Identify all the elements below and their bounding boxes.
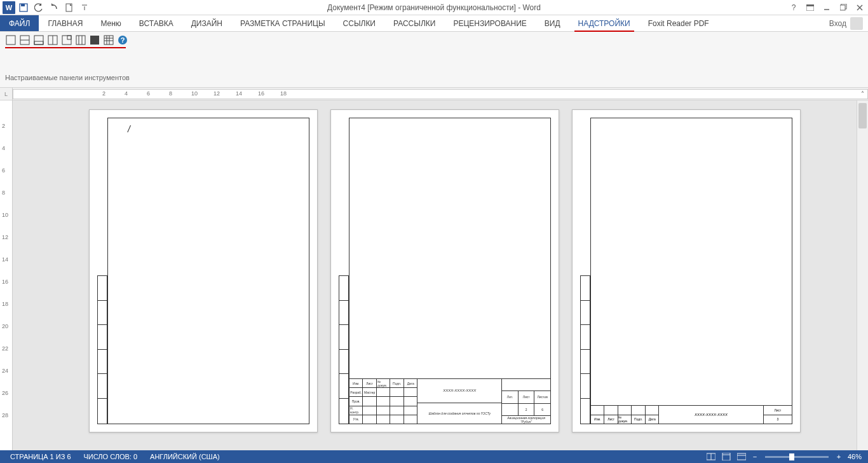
ruler-num: 16 <box>258 90 264 97</box>
redo-button[interactable] <box>47 1 61 14</box>
ruler-num: 2 <box>102 90 105 97</box>
frame-icon-8[interactable] <box>103 34 114 46</box>
ruler-num: 12 <box>214 90 220 97</box>
ruler-num: 6 <box>147 90 150 97</box>
zoom-slider[interactable] <box>765 456 829 458</box>
ruler-num: 4 <box>125 90 128 97</box>
status-page[interactable]: СТРАНИЦА 1 ИЗ 6 <box>4 453 78 460</box>
doc-title: Шаблон для создания отчетов по ГОСТу <box>417 403 501 424</box>
svg-rect-12 <box>34 41 43 45</box>
tab-file[interactable]: ФАЙЛ <box>0 15 39 31</box>
vruler-num: 12 <box>2 234 8 240</box>
vruler-num: 26 <box>2 390 8 396</box>
new-doc-button[interactable] <box>62 1 76 14</box>
avatar-icon <box>850 17 863 30</box>
frame-icon-3[interactable] <box>33 34 44 46</box>
tab-insert[interactable]: ВСТАВКА <box>130 15 182 31</box>
sign-in-label: Вход <box>829 19 846 28</box>
quick-access-toolbar: W <box>0 1 92 14</box>
svg-rect-17 <box>76 36 85 45</box>
ribbon-display-button[interactable] <box>802 1 818 14</box>
read-mode-button[interactable] <box>704 451 718 462</box>
vruler-num: 10 <box>2 212 8 218</box>
tab-layout[interactable]: РАЗМЕТКА СТРАНИЦЫ <box>231 15 334 31</box>
tab-review[interactable]: РЕЦЕНЗИРОВАНИЕ <box>444 15 535 31</box>
gost-side-strip <box>339 275 349 424</box>
ruler-corner[interactable]: L <box>0 88 13 100</box>
zoom-level[interactable]: 46% <box>845 453 864 460</box>
tab-addins[interactable]: НАДСТРОЙКИ <box>569 15 639 31</box>
help-button[interactable]: ? <box>785 1 802 14</box>
svg-rect-20 <box>90 36 99 45</box>
svg-rect-7 <box>840 5 845 10</box>
status-bar: СТРАНИЦА 1 ИЗ 6 ЧИСЛО СЛОВ: 0 АНГЛИЙСКИЙ… <box>0 450 868 463</box>
scroll-thumb[interactable] <box>858 103 867 128</box>
gost-title-block-continuation: Изм.Лист№ докум.Подп.Дата XXXX-XXXX-XXXX… <box>590 405 792 424</box>
vruler-num: 20 <box>2 323 8 329</box>
horizontal-ruler[interactable]: 2 4 6 8 10 12 14 16 18 <box>13 89 868 99</box>
tab-foxit[interactable]: Foxit Reader PDF <box>639 15 718 31</box>
page-frame <box>107 118 309 424</box>
qat-customize-button[interactable] <box>78 1 92 14</box>
status-language[interactable]: АНГЛИЙСКИЙ (США) <box>144 453 226 460</box>
svg-rect-16 <box>67 36 71 39</box>
ruler-num: 10 <box>191 90 198 97</box>
vruler-num: 16 <box>2 279 8 285</box>
tab-references[interactable]: ССЫЛКИ <box>334 15 384 31</box>
svg-rect-32 <box>737 453 746 460</box>
text-cursor: / <box>128 124 130 134</box>
vertical-ruler[interactable]: 2 4 6 8 10 12 14 16 18 20 22 24 26 28 <box>0 100 13 450</box>
ruler-num: 8 <box>169 90 172 97</box>
page-2[interactable]: Изм.Лист№ докум.Подп.Дата Разраб.Мастер … <box>330 109 559 432</box>
svg-rect-11 <box>34 36 43 45</box>
tab-view[interactable]: ВИД <box>536 15 569 31</box>
page-frame <box>590 118 792 424</box>
tab-design[interactable]: ДИЗАЙН <box>182 15 231 31</box>
restore-button[interactable] <box>835 1 851 14</box>
tab-mailings[interactable]: РАССЫЛКИ <box>384 15 444 31</box>
ribbon-tabs: ФАЙЛ ГЛАВНАЯ Меню ВСТАВКА ДИЗАЙН РАЗМЕТК… <box>0 15 868 32</box>
window-title: Документ4 [Режим ограниченной функционал… <box>0 3 868 12</box>
collapse-ribbon-button[interactable]: ˄ <box>858 89 867 98</box>
svg-rect-1 <box>21 4 25 6</box>
vertical-scrollbar[interactable]: ▴ <box>857 100 868 450</box>
help-icon[interactable]: ? <box>117 34 128 46</box>
word-app-icon: W <box>3 1 15 14</box>
tab-menu[interactable]: Меню <box>92 15 130 31</box>
document-canvas[interactable]: / Изм.Лист№ докум.Подп.Дата Разраб.Масте… <box>13 100 857 450</box>
frame-icon-2[interactable] <box>19 34 31 46</box>
page-3[interactable]: Изм.Лист№ докум.Подп.Дата XXXX-XXXX-XXXX… <box>572 109 801 432</box>
frame-icon-7[interactable] <box>89 34 100 46</box>
status-words[interactable]: ЧИСЛО СЛОВ: 0 <box>78 453 144 460</box>
print-layout-button[interactable] <box>719 451 733 462</box>
save-button[interactable] <box>17 1 31 14</box>
undo-button[interactable] <box>32 1 46 14</box>
zoom-knob[interactable] <box>789 453 794 460</box>
ruler-num: 18 <box>280 90 287 97</box>
addin-underline <box>5 47 126 48</box>
zoom-out-button[interactable]: − <box>750 453 760 460</box>
svg-rect-21 <box>104 36 113 45</box>
sign-in[interactable]: Вход <box>824 15 868 31</box>
frame-icon-1[interactable] <box>5 34 17 46</box>
window-controls: ? <box>785 1 868 14</box>
vruler-num: 6 <box>2 167 5 174</box>
frame-icon-5[interactable] <box>61 34 72 46</box>
title-bar: W Документ4 [Режим ограниченной функцион… <box>0 0 868 15</box>
vruler-num: 14 <box>2 256 8 263</box>
vruler-num: 18 <box>2 301 8 307</box>
frame-icon-4[interactable] <box>47 34 58 46</box>
addin-icons-row: ? <box>5 34 863 47</box>
tab-home[interactable]: ГЛАВНАЯ <box>39 15 92 31</box>
document-area: 2 4 6 8 10 12 14 16 18 20 22 24 26 28 / <box>0 100 868 450</box>
frame-icon-6[interactable] <box>75 34 86 46</box>
page-1[interactable]: / <box>89 109 318 432</box>
gost-side-strip <box>580 275 590 424</box>
vruler-num: 4 <box>2 145 5 151</box>
web-layout-button[interactable] <box>735 451 749 462</box>
close-button[interactable] <box>851 1 868 14</box>
doc-code: XXXX-XXXX-XXXX <box>417 379 501 403</box>
zoom-in-button[interactable]: + <box>834 453 844 460</box>
svg-text:?: ? <box>121 36 125 44</box>
minimize-button[interactable] <box>818 1 835 14</box>
